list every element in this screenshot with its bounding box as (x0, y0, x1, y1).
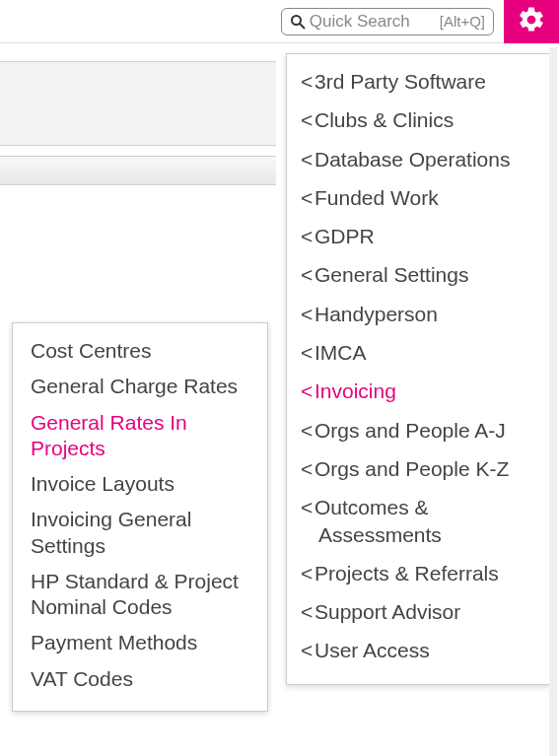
menu-item-label: Database Operations (314, 148, 510, 171)
menu-item-label: IMCA (314, 341, 367, 364)
chevron-left-icon: < (301, 560, 314, 586)
submenu-item[interactable]: Payment Methods (13, 625, 267, 660)
chevron-left-icon: < (301, 494, 314, 520)
settings-menu-item[interactable]: <Funded Work (287, 178, 549, 217)
submenu-item-label: HP Standard & Project Nominal Codes (31, 570, 239, 618)
settings-menu-item[interactable]: <Database Operations (287, 140, 549, 178)
search-icon (290, 14, 306, 30)
menu-item-label: Handyperson (314, 303, 438, 325)
chevron-left-icon: < (301, 261, 314, 288)
submenu-item[interactable]: Invoicing General Settings (13, 502, 267, 564)
submenu-item-label: Invoice Layouts (31, 472, 175, 495)
submenu-item[interactable]: Invoice Layouts (13, 466, 267, 502)
gear-icon (517, 5, 546, 38)
content-band-header (0, 156, 276, 185)
menu-item-label: Orgs and People K-Z (314, 457, 509, 480)
submenu-item[interactable]: HP Standard & Project Nominal Codes (13, 564, 267, 626)
chevron-left-icon: < (301, 68, 314, 95)
settings-menu-item[interactable]: <Orgs and People A-J (287, 411, 549, 449)
search-shortcut-hint: [Alt+Q] (440, 13, 485, 30)
settings-menu-item[interactable]: <3rd Party Software (287, 62, 549, 101)
invoicing-submenu: Cost CentresGeneral Charge RatesGeneral … (12, 322, 268, 712)
submenu-item-label: General Charge Rates (31, 375, 238, 397)
search-input[interactable] (310, 12, 438, 32)
submenu-item-label: Cost Centres (31, 339, 152, 362)
chevron-left-icon: < (301, 455, 314, 482)
menu-item-label: User Access (314, 639, 430, 661)
chevron-left-icon: < (301, 378, 314, 404)
menu-item-label: GDPR (314, 225, 375, 247)
content-band (0, 61, 276, 146)
menu-item-label: Orgs and People A-J (314, 419, 506, 442)
menu-item-label: Support Advisor (314, 600, 460, 623)
svg-line-1 (300, 24, 305, 29)
chevron-left-icon: < (301, 146, 314, 172)
submenu-item[interactable]: General Rates In Projects (13, 405, 267, 467)
settings-menu-item[interactable]: <Orgs and People K-Z (287, 449, 549, 488)
settings-menu-item[interactable]: <User Access (287, 631, 549, 669)
menu-item-label: General Settings (314, 263, 468, 286)
menu-item-label: Invoicing (314, 379, 396, 402)
menu-item-label: Outcomes & (314, 496, 429, 518)
chevron-left-icon: < (301, 223, 314, 249)
chevron-left-icon: < (301, 637, 314, 663)
chevron-left-icon: < (301, 339, 314, 366)
settings-menu-item[interactable]: <Projects & Referrals (287, 554, 549, 592)
settings-menu-item[interactable]: <Support Advisor (287, 592, 549, 631)
menu-item-label: 3rd Party Software (314, 70, 486, 93)
submenu-item-label: VAT Codes (31, 667, 133, 690)
chevron-left-icon: < (301, 184, 314, 211)
svg-point-0 (292, 16, 301, 25)
settings-menu: <3rd Party Software<Clubs & Clinics<Data… (286, 53, 550, 685)
settings-menu-item[interactable]: <GDPR (287, 217, 549, 255)
settings-menu-item[interactable]: <Clubs & Clinics (287, 101, 549, 139)
settings-menu-item[interactable]: <Outcomes &Assessments (287, 488, 549, 554)
submenu-item-label: Payment Methods (31, 631, 197, 653)
settings-menu-item[interactable]: <IMCA (287, 333, 549, 372)
settings-menu-item[interactable]: <Invoicing (287, 372, 549, 410)
chevron-left-icon: < (301, 301, 314, 327)
chevron-left-icon: < (301, 598, 314, 625)
scrollbar-track[interactable] (549, 47, 557, 756)
chevron-left-icon: < (301, 106, 314, 133)
top-bar: [Alt+Q] (0, 0, 559, 43)
submenu-item[interactable]: Cost Centres (13, 333, 267, 369)
settings-menu-item[interactable]: <Handyperson (287, 295, 549, 333)
submenu-item[interactable]: General Charge Rates (13, 369, 267, 404)
submenu-item-label: Invoicing General Settings (31, 508, 191, 556)
settings-menu-item[interactable]: <General Settings (287, 255, 549, 294)
settings-button[interactable] (504, 0, 559, 43)
quick-search[interactable]: [Alt+Q] (281, 8, 494, 35)
menu-item-label: Funded Work (314, 186, 439, 209)
chevron-left-icon: < (301, 417, 314, 444)
menu-item-label: Clubs & Clinics (314, 108, 454, 131)
submenu-item-label: General Rates In Projects (31, 411, 187, 459)
menu-item-label-line2: Assessments (301, 523, 442, 546)
submenu-item[interactable]: VAT Codes (13, 661, 267, 697)
menu-item-label: Projects & Referrals (314, 562, 499, 584)
